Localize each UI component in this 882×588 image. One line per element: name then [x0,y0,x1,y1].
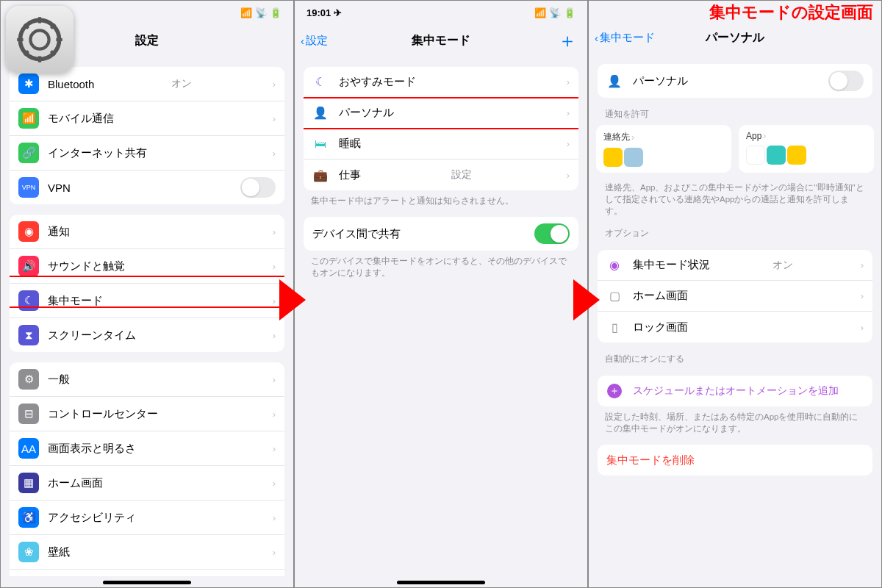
chevron-icon: › [273,512,276,523]
chevron-icon: › [567,138,570,149]
list-row[interactable]: ▢ホーム画面› [598,281,872,312]
list-row[interactable]: 💼仕事設定› [304,159,578,190]
row-label: VPN [48,182,71,194]
row-icon: 🔊 [18,256,39,276]
row-label: 画面表示と明るさ [48,442,136,456]
row-icon: ☾ [312,75,329,89]
status-bar: 19:01 ✈ 📶📡🔋 [295,1,587,24]
chevron-icon: › [273,261,276,272]
row-icon: ❀ [18,542,39,562]
card-apps[interactable]: App› [739,125,874,173]
battery-icon: 🔋 [270,7,282,18]
screen-focus-list: 19:01 ✈ 📶📡🔋 ‹ 設定 集中モード ＋ ☾おやすみモード›👤パーソナル… [294,0,588,588]
back-button[interactable]: ‹ 集中モード [595,31,655,45]
chevron-icon: › [273,443,276,454]
list-row[interactable]: ◐Siriと検索› [10,570,284,576]
row-icon: AA [18,438,39,459]
toggle-personal[interactable] [828,71,864,91]
list-row[interactable]: ◉通知› [10,215,284,249]
row-icon: ⧗ [18,325,39,345]
toggle-share[interactable] [534,223,570,244]
add-button[interactable]: ＋ [558,28,577,54]
screen-focus-personal: ‹ 集中モード パーソナル 👤 パーソナル 通知を許可 連絡先› App› 連絡… [588,0,882,588]
arrow-icon [573,279,600,320]
list-row[interactable]: ☾おやすみモード› [304,67,578,98]
arrow-icon [279,279,306,320]
row-personal-toggle[interactable]: 👤 パーソナル [598,64,872,98]
row-label: スクリーンタイム [48,329,136,343]
row-icon: ◉ [18,221,39,242]
row-share-devices[interactable]: デバイス間で共有 [304,217,578,251]
list-row[interactable]: ▦ホーム画面› [10,466,284,501]
list-row[interactable]: AA画面表示と明るさ› [10,431,284,466]
row-add-schedule[interactable]: ＋ スケジュールまたはオートメーションを追加 [598,376,872,406]
row-label: ホーム画面 [48,476,103,490]
footer-text: 集中モード中はアラートと通知は知らされません。 [295,190,587,207]
list-row[interactable]: ⧗スクリーンタイム› [10,318,284,352]
list-row[interactable]: ❀壁紙› [10,535,284,570]
section-header: 通知を許可 [589,98,881,121]
signal-icon: 📶 [240,7,252,18]
toggle[interactable] [240,177,276,198]
list-row[interactable]: 👤パーソナル› [304,98,578,129]
list-row[interactable]: 🔊サウンドと触覚› [10,249,284,284]
row-label: デバイス間で共有 [312,227,401,241]
row-icon: ♿ [18,507,39,528]
chevron-icon: › [273,148,276,159]
wifi-icon: 📡 [255,7,267,18]
screen-settings: 📶📡🔋 設定 ✱Bluetoothオン›📶モバイル通信›🔗インターネット共有›V… [0,0,294,588]
list-row[interactable]: ☾集中モード› [10,284,284,318]
row-icon: 🔗 [18,143,39,163]
list-row[interactable]: ◉集中モード状況オン› [598,250,872,281]
overlay-title: 集中モードの設定画面 [709,1,873,24]
row-delete-focus[interactable]: 集中モードを削除 [598,445,872,476]
row-label: コントロールセンター [48,407,158,421]
chevron-icon: › [567,170,570,181]
list-row[interactable]: 🔗インターネット共有› [10,136,284,171]
row-label: パーソナル [633,74,688,88]
chevron-icon: › [567,107,570,118]
home-indicator[interactable] [397,581,485,584]
row-icon: ◉ [606,258,623,272]
chevron-icon: › [273,113,276,124]
row-icon: 👤 [312,106,329,120]
row-label: 集中モードを削除 [606,453,695,467]
row-label: 一般 [48,373,70,387]
list-row[interactable]: VPNVPN [10,171,284,204]
row-label: 睡眠 [339,137,361,151]
row-label: ホーム画面 [633,289,688,303]
row-label: ロック画面 [633,320,688,334]
chevron-icon: › [273,547,276,558]
nav-title: 集中モード [412,33,470,49]
card-contacts[interactable]: 連絡先› [596,125,731,173]
row-icon: ✱ [18,74,39,94]
row-icon: ☾ [18,290,39,311]
row-icon: ▦ [18,473,39,493]
nav-bar: ‹ 集中モード パーソナル [589,21,881,54]
list-row[interactable]: ♿アクセシビリティ› [10,501,284,535]
row-label: パーソナル [339,106,394,120]
chevron-icon: › [861,290,864,301]
list-row[interactable]: ⊟コントロールセンター› [10,397,284,431]
settings-app-icon [6,6,74,74]
footer-text: このデバイスで集中モードをオンにすると、その他のデバイスでもオンになります。 [295,251,587,279]
row-icon: ⊟ [18,404,39,424]
list-row[interactable]: 📶モバイル通信› [10,101,284,136]
plus-icon: ＋ [606,384,623,398]
list-row[interactable]: ▯ロック画面› [598,312,872,343]
row-label: サウンドと触覚 [48,259,125,273]
back-button[interactable]: ‹ 設定 [301,34,328,48]
row-icon: VPN [18,177,39,198]
chevron-icon: › [273,295,276,306]
row-label: 通知 [48,225,70,239]
row-label: おやすみモード [339,75,416,89]
list-row[interactable]: ⚙一般› [10,362,284,397]
row-label: モバイル通信 [48,112,114,126]
home-indicator[interactable] [103,581,191,584]
nav-title: パーソナル [706,30,764,46]
list-row[interactable]: 🛏睡眠› [304,129,578,159]
footer-text: 設定した時刻、場所、またはある特定のAppを使用時に自動的にこの集中モードがオン… [589,406,881,434]
row-value: オン [171,77,196,90]
chevron-icon: › [273,409,276,420]
row-icon: ▢ [606,289,623,303]
